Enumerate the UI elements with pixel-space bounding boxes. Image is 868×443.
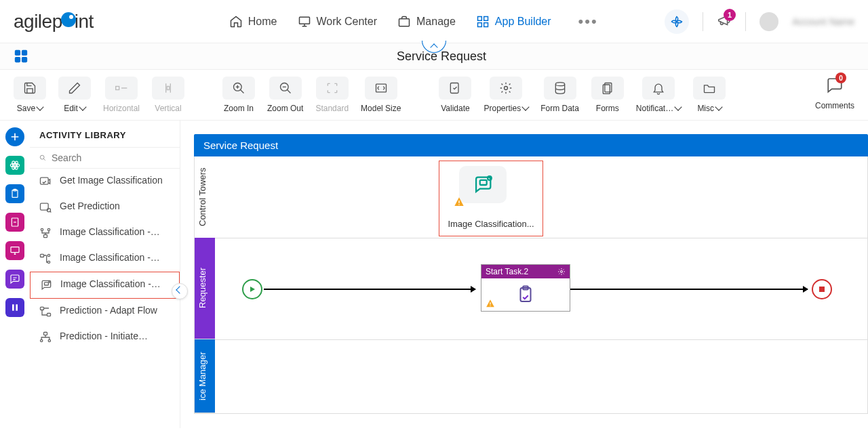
activity-item[interactable]: Prediction - Adapt Flow <box>30 299 180 324</box>
briefcase-icon <box>397 15 411 28</box>
divider <box>745 12 746 31</box>
svg-rect-47 <box>480 180 487 184</box>
flow-end-node[interactable] <box>812 279 832 299</box>
activity-item[interactable]: Image Classification -… <box>30 246 180 272</box>
rail-ai-button[interactable] <box>5 156 24 175</box>
activity-node[interactable] <box>459 166 507 203</box>
screen-icon <box>9 245 20 256</box>
collapse-sidebar-button[interactable] <box>172 283 188 299</box>
activity-item[interactable]: Get Prediction <box>30 194 180 220</box>
rail-pause-button[interactable] <box>5 298 24 317</box>
activity-item-label: Image Classification -… <box>60 251 160 263</box>
divider <box>703 12 703 31</box>
lane-requester[interactable]: Start Task.2 <box>215 238 867 339</box>
zoomin-label: Zoom In <box>224 104 254 113</box>
gear-icon[interactable] <box>557 268 566 276</box>
flow-connector[interactable] <box>264 289 475 290</box>
comments-button[interactable]: 0 Comments <box>815 77 854 110</box>
forms-button[interactable]: Forms <box>591 77 624 113</box>
flow-start-node[interactable] <box>242 279 262 299</box>
lane-label-requester[interactable]: Requester <box>195 238 215 339</box>
svg-rect-49 <box>458 201 459 203</box>
nav-home[interactable]: Home <box>229 15 277 28</box>
rail-clipboard-button[interactable] <box>5 184 24 203</box>
nav-manage[interactable]: Manage <box>397 15 456 28</box>
monitor-icon <box>298 15 311 28</box>
lane-label-control[interactable]: Control Towers <box>195 156 215 238</box>
svg-rect-55 <box>490 305 490 306</box>
canvas-body: Control Towers Requester ice Manager Ima… <box>194 156 868 414</box>
notifications-button[interactable]: 1 <box>717 13 732 30</box>
vertical-label: Vertical <box>155 104 181 113</box>
svg-rect-15 <box>451 83 459 93</box>
chevron-down-icon <box>522 103 530 110</box>
flow-connector[interactable] <box>570 289 808 290</box>
svg-rect-54 <box>490 302 490 305</box>
main-nav: Home Work Center Manage App Builder ••• <box>229 13 598 30</box>
ai-spinner-button[interactable] <box>665 9 689 34</box>
activity-item[interactable]: Prediction - Initiate… <box>30 324 180 350</box>
nav-appbuilder[interactable]: App Builder <box>476 15 551 28</box>
vertical-button[interactable]: Vertical <box>152 77 184 113</box>
save-button[interactable]: Save <box>14 77 46 113</box>
svg-point-30 <box>40 155 44 159</box>
zoom-in-icon <box>232 81 245 95</box>
svg-point-39 <box>47 261 50 263</box>
forms-icon <box>601 81 614 95</box>
flow-icon <box>38 226 53 240</box>
modelsize-label: Model Size <box>361 104 401 113</box>
comments-label: Comments <box>815 101 854 110</box>
warning-icon <box>486 299 495 308</box>
bell-icon <box>652 81 665 95</box>
formdata-button[interactable]: Form Data <box>540 77 579 113</box>
swimlane-labels: Control Towers Requester ice Manager <box>195 156 215 413</box>
lane-manager[interactable] <box>215 339 867 413</box>
misc-button[interactable]: Misc <box>693 77 726 113</box>
activity-item-selected[interactable]: Image Classification -… <box>30 272 180 299</box>
svg-rect-7 <box>22 50 27 56</box>
svg-rect-50 <box>458 204 459 205</box>
swimlanes[interactable]: Image Classification... Start Task.2 <box>215 156 867 413</box>
svg-point-38 <box>47 254 50 256</box>
activity-item[interactable]: Image Classification -… <box>30 220 180 246</box>
notifications-tool-button[interactable]: Notificat… <box>636 77 681 113</box>
horizontal-button[interactable]: Horizontal <box>103 77 140 113</box>
home-icon <box>229 15 243 28</box>
apps-grid-button[interactable] <box>14 49 28 64</box>
zoomin-button[interactable]: Zoom In <box>222 77 255 113</box>
adapt-icon <box>38 304 53 319</box>
zoomout-button[interactable]: Zoom Out <box>267 77 303 113</box>
notifications-tool-label: Notificat… <box>636 104 673 113</box>
modelsize-button[interactable]: Model Size <box>361 77 401 113</box>
pinwheel-icon <box>671 16 683 28</box>
page-title: Service Request <box>397 49 486 64</box>
rail-doc-button[interactable] <box>5 213 24 232</box>
search-box[interactable] <box>30 147 180 169</box>
rail-add-button[interactable] <box>5 127 24 146</box>
standard-button[interactable]: Standard <box>315 77 349 113</box>
properties-button[interactable]: Properties <box>484 77 528 113</box>
nav-workcenter[interactable]: Work Center <box>298 15 378 28</box>
chevron-down-icon <box>715 103 722 110</box>
formdata-label: Form Data <box>540 104 579 113</box>
left-rail <box>0 121 30 428</box>
svg-rect-5 <box>484 22 488 26</box>
task-node[interactable]: Start Task.2 <box>481 264 570 312</box>
svg-rect-37 <box>41 254 44 257</box>
activity-item[interactable]: Get Image Classification <box>30 169 180 194</box>
search-input[interactable] <box>52 152 170 163</box>
activity-node-label: Image Classification... <box>439 219 543 229</box>
classify-icon <box>38 174 53 189</box>
vertical-icon <box>161 81 175 95</box>
rail-chat-button[interactable] <box>5 270 24 289</box>
horizontal-label: Horizontal <box>103 104 140 113</box>
chevron-up-icon <box>430 43 437 51</box>
lane-control[interactable]: Image Classification... <box>215 156 867 238</box>
rail-monitor-button[interactable] <box>5 241 24 260</box>
nav-more-button[interactable]: ••• <box>578 13 598 30</box>
avatar[interactable] <box>760 12 778 31</box>
validate-button[interactable]: Validate <box>439 77 471 113</box>
atom-icon <box>9 160 20 171</box>
lane-label-manager[interactable]: ice Manager <box>195 339 215 413</box>
edit-button[interactable]: Edit <box>58 77 91 113</box>
